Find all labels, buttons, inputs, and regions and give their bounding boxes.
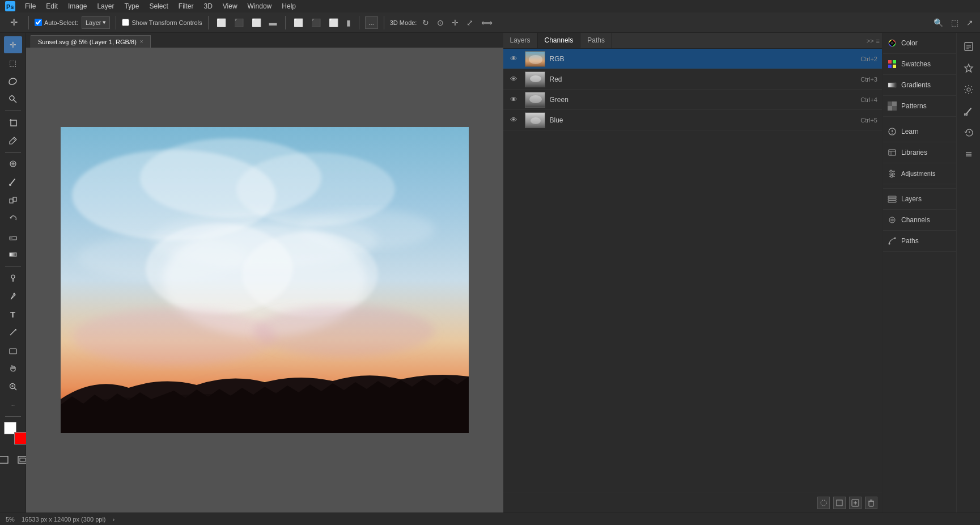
menu-select[interactable]: Select [145, 1, 172, 11]
channel-thumb-red [525, 71, 545, 87]
eraser-tool[interactable] [4, 228, 22, 245]
marquee-tool[interactable]: ⬚ [4, 54, 22, 71]
save-selection-btn[interactable] [833, 497, 846, 509]
brush-tool[interactable] [4, 173, 22, 190]
shape-tool[interactable] [4, 342, 22, 359]
align-right-btn[interactable]: ⬜ [249, 17, 264, 28]
more-panels-icon-btn[interactable] [958, 144, 979, 164]
menu-edit[interactable]: Edit [41, 1, 62, 11]
separator-2 [116, 16, 116, 29]
svg-rect-27 [0, 456, 8, 463]
more-options-btn[interactable]: ... [365, 16, 378, 29]
channel-row-rgb[interactable]: 👁 [503, 49, 883, 69]
settings-icon-btn[interactable] [958, 79, 979, 100]
menu-file[interactable]: File [20, 1, 40, 11]
collapsed-channels-panel[interactable]: Channels [883, 210, 956, 231]
background-color[interactable] [14, 432, 27, 444]
healing-tool[interactable] [4, 155, 22, 172]
transform-controls-checkbox[interactable] [122, 19, 129, 26]
align-left-btn[interactable]: ⬜ [214, 17, 228, 28]
pen-tool[interactable] [4, 287, 22, 304]
channel-eye-green[interactable]: 👁 [508, 94, 520, 106]
3d-rotate-btn[interactable]: ↻ [420, 17, 431, 28]
collapsed-gradients-panel[interactable]: Gradients [883, 75, 956, 96]
search-btn[interactable]: 🔍 [931, 17, 945, 28]
document-tab-close[interactable]: × [140, 39, 143, 45]
hand-tool[interactable] [4, 360, 22, 377]
3d-orbit-btn[interactable]: ⊙ [435, 17, 446, 28]
properties-icon-btn[interactable] [958, 36, 979, 57]
collapsed-swatches-panel[interactable]: Swatches [883, 54, 956, 75]
align-fill-v-btn[interactable]: ▮ [344, 17, 353, 28]
collapsed-learn-panel[interactable]: Learn [883, 121, 956, 142]
tab-paths[interactable]: Paths [580, 33, 612, 48]
3d-scale-btn[interactable]: ⟺ [479, 17, 495, 28]
lasso-tool[interactable] [4, 73, 22, 90]
history-icon-btn[interactable] [958, 122, 979, 143]
align-center-v-btn[interactable]: ⬛ [309, 17, 323, 28]
share-btn[interactable]: ↗ [964, 17, 975, 28]
history-brush-tool[interactable] [4, 210, 22, 227]
paths-panel-icon [886, 235, 898, 247]
menu-image[interactable]: Image [63, 1, 91, 11]
svg-point-87 [889, 243, 890, 245]
menu-view[interactable]: View [218, 1, 242, 11]
eyedropper-tool[interactable] [4, 132, 22, 149]
align-bottom-btn[interactable]: ⬜ [326, 17, 341, 28]
auto-select-checkbox[interactable] [35, 19, 42, 26]
magic-wand-tool[interactable] [4, 91, 22, 108]
star-icon-btn[interactable] [958, 58, 979, 78]
3d-pan-btn[interactable]: ✛ [449, 17, 461, 28]
workspace-btn[interactable]: ⬚ [949, 17, 961, 28]
menu-layer[interactable]: Layer [92, 1, 118, 11]
move-tool[interactable]: ✛ [4, 36, 22, 53]
brush-settings-icon-btn[interactable] [958, 101, 979, 121]
status-arrow[interactable]: › [113, 516, 115, 523]
swatches-icon [886, 58, 898, 70]
channel-eye-rgb[interactable]: 👁 [508, 53, 520, 65]
menu-window[interactable]: Window [243, 1, 277, 11]
svg-rect-6 [11, 120, 16, 126]
zoom-tool[interactable] [4, 378, 22, 395]
align-fill-h-btn[interactable]: ▬ [267, 17, 279, 28]
screen-mode-btn[interactable] [0, 451, 12, 468]
svg-rect-71 [892, 101, 897, 106]
collapsed-layers-panel[interactable]: Layers [883, 189, 956, 210]
layer-dropdown[interactable]: Layer ▾ [82, 16, 111, 29]
channel-eye-blue[interactable]: 👁 [508, 114, 520, 126]
channel-row-green[interactable]: 👁 Green Ctrl+4 [503, 90, 883, 110]
collapsed-libraries-panel[interactable]: Libraries [883, 142, 956, 163]
menu-3d[interactable]: 3D [199, 1, 217, 11]
menu-type[interactable]: Type [120, 1, 143, 11]
panel-menu-btn[interactable]: >> [867, 37, 874, 44]
menu-filter[interactable]: Filter [174, 1, 198, 11]
align-top-btn[interactable]: ⬜ [291, 17, 306, 28]
align-center-h-btn[interactable]: ⬛ [232, 17, 246, 28]
load-selection-btn[interactable] [817, 497, 830, 509]
menu-help[interactable]: Help [277, 1, 300, 11]
collapsed-color-panel[interactable]: Color [883, 33, 956, 54]
delete-channel-btn[interactable] [865, 497, 877, 509]
channel-shortcut-green: Ctrl+4 [860, 96, 877, 103]
3d-slide-btn[interactable]: ⤢ [464, 17, 476, 28]
type-tool[interactable]: T [4, 306, 22, 323]
clone-tool[interactable] [4, 192, 22, 209]
tab-channels[interactable]: Channels [538, 33, 581, 48]
document-tab[interactable]: Sunset.svg @ 5% (Layer 1, RGB/8) × [31, 35, 151, 48]
crop-tool[interactable] [4, 114, 22, 131]
main-area: ✛ ⬚ [0, 33, 980, 513]
channel-row-blue[interactable]: 👁 Blue Ctrl+5 [503, 110, 883, 130]
dodge-tool[interactable] [4, 269, 22, 286]
channel-row-red[interactable]: 👁 Red Ctrl+3 [503, 69, 883, 90]
channel-eye-red[interactable]: 👁 [508, 73, 520, 86]
extra-tools-btn[interactable]: ··· [4, 396, 22, 413]
path-select-tool[interactable] [4, 324, 22, 341]
collapsed-patterns-panel[interactable]: Patterns [883, 96, 956, 117]
collapsed-paths-panel[interactable]: Paths [883, 231, 956, 252]
tab-layers[interactable]: Layers [503, 33, 538, 48]
collapsed-adjustments-panel[interactable]: Adjustments [883, 163, 956, 184]
gradient-tool[interactable] [4, 246, 22, 263]
new-channel-btn[interactable] [849, 497, 862, 509]
canvas-area[interactable] [26, 48, 503, 513]
panel-options-btn[interactable]: ≡ [876, 37, 880, 44]
